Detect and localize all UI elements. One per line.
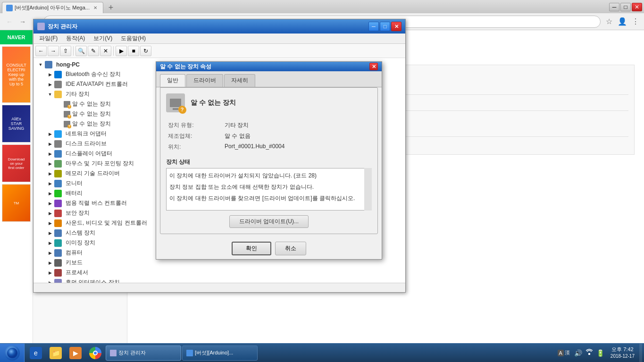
browser-maximize[interactable]: □ bbox=[620, 3, 631, 11]
taskbar-clock[interactable]: 오후 7:42 2018-12-17 bbox=[607, 346, 638, 360]
browser-taskbar-icon bbox=[186, 350, 193, 356]
naver-logo[interactable]: NAVER bbox=[0, 30, 33, 44]
root-label: hong-PC bbox=[56, 61, 80, 68]
taskbar-dm-item[interactable]: 장치 관리자 bbox=[106, 345, 181, 361]
processor-icon bbox=[54, 269, 62, 277]
status-scrollbar[interactable] bbox=[364, 168, 372, 210]
browser-tab-arduino[interactable]: [버섯][Arduino] 아두이노 Mega... ✕ bbox=[2, 2, 103, 13]
taskbar-explorer-icon[interactable]: 📁 bbox=[46, 344, 65, 362]
status-text-box: 이 장치에 대한 드라이버가 설치되지 않았습니다. (코드 28) 장치 정보… bbox=[166, 168, 372, 210]
tb-btn-3[interactable]: ⇧ bbox=[60, 46, 71, 56]
ad-block-4[interactable]: TM bbox=[2, 184, 31, 222]
device-type-row: 장치 유형: 기타 장치 bbox=[166, 120, 372, 131]
tab-details[interactable]: 자세히 bbox=[224, 74, 255, 87]
taskbar-ie-icon[interactable]: e bbox=[26, 344, 45, 362]
status-line-2: 장치 정보 집합 또는 요소에 대해 선택한 장치가 없습니다. bbox=[169, 183, 368, 191]
taskbar-chrome-icon[interactable] bbox=[86, 344, 105, 362]
properties-dialog: 알 수 없는 장치 속성 ✕ 일반 드라이버 자세히 ? 알 수 없는 장치 bbox=[156, 61, 382, 260]
tab-close-button[interactable]: ✕ bbox=[92, 4, 99, 12]
dialog-ok-button[interactable]: 확인 bbox=[232, 242, 271, 255]
monitor-icon bbox=[54, 180, 62, 187]
tb-btn-9[interactable]: ↻ bbox=[140, 46, 151, 56]
back-button[interactable]: ← bbox=[4, 16, 15, 27]
device-manager-title: 장치 관리자 bbox=[48, 23, 368, 31]
dialog-titlebar: 알 수 없는 장치 속성 ✕ bbox=[156, 62, 382, 71]
taskbar-items: e 📁 ▶ 장치 관리자 [버섯][Arduino]... bbox=[25, 344, 554, 362]
tb-btn-2[interactable]: → bbox=[48, 46, 59, 56]
taskbar: e 📁 ▶ 장치 관리자 [버섯][Arduino]... A 漢 bbox=[0, 343, 644, 362]
speaker-icon[interactable]: 🔊 bbox=[573, 349, 584, 357]
dm-maximize-btn[interactable]: □ bbox=[380, 22, 390, 31]
tb-btn-1[interactable]: ← bbox=[35, 46, 47, 56]
bluetooth-label: Bluetooth 송수신 장치 bbox=[66, 70, 121, 78]
browser-minimize[interactable]: ─ bbox=[609, 3, 619, 11]
user-profile-icon[interactable]: 👤 bbox=[618, 17, 627, 26]
ime-indicator[interactable]: A 漢 bbox=[556, 349, 572, 356]
imaging-icon bbox=[54, 239, 62, 247]
tab-favicon bbox=[6, 5, 13, 11]
mouse-label: 마우스 및 기타 포인팅 장치 bbox=[66, 160, 134, 168]
manufacturer-label: 제조업체: bbox=[166, 131, 223, 142]
tb-btn-6[interactable]: ✕ bbox=[100, 46, 111, 56]
start-button[interactable] bbox=[0, 344, 25, 362]
browser-titlebar: [버섯][Arduino] 아두이노 Mega... ✕ + ─ □ ✕ bbox=[0, 0, 644, 13]
ad-block-3[interactable]: Downloadon yourfirst order bbox=[2, 144, 31, 182]
taskbar-browser-item[interactable]: [버섯][Arduino]... bbox=[182, 345, 258, 361]
dialog-cancel-button[interactable]: 취소 bbox=[275, 242, 306, 255]
clock-time: 오후 7:42 bbox=[611, 346, 635, 353]
unknown-icon-3 bbox=[64, 121, 70, 127]
bookmark-star[interactable]: ☆ bbox=[604, 17, 614, 26]
processor-label: 프로세서 bbox=[66, 269, 88, 277]
browser-close[interactable]: ✕ bbox=[632, 3, 642, 11]
computer-icon bbox=[54, 249, 62, 257]
dm-minimize-btn[interactable]: ─ bbox=[368, 22, 379, 31]
new-tab-button[interactable]: + bbox=[105, 2, 117, 13]
dm-menu-view[interactable]: 보기(V) bbox=[90, 34, 116, 43]
forward-button[interactable]: → bbox=[17, 16, 28, 27]
tb-sep-1 bbox=[73, 46, 74, 56]
device-manager-titlebar: 장치 관리자 ─ □ ✕ bbox=[33, 19, 405, 34]
device-manager-controls: ─ □ ✕ bbox=[368, 22, 401, 31]
device-manager-menubar: 파일(F) 동작(A) 보기(V) 도움말(H) bbox=[33, 34, 405, 44]
bluetooth-icon bbox=[54, 71, 62, 78]
dm-menu-help[interactable]: 도움말(H) bbox=[117, 34, 150, 43]
windows-orb bbox=[5, 345, 20, 361]
ad-block-1[interactable]: CONSULTELECTRIKeep upwith theUp to 5 bbox=[2, 46, 31, 103]
dialog-main-content: ? 알 수 없는 장치 장치 유형: 기타 장치 제조업체: 알 수 없음 위치… bbox=[160, 87, 378, 234]
tb-btn-4[interactable]: 🔍 bbox=[75, 46, 87, 56]
browser-menu-button[interactable]: ⋮ bbox=[631, 17, 640, 26]
tree-hid[interactable]: ▶ 휴먼 인터페이스 장치 bbox=[45, 278, 403, 283]
dm-close-btn[interactable]: ✕ bbox=[391, 22, 401, 31]
tab-general[interactable]: 일반 bbox=[160, 74, 185, 87]
battery-tray-icon[interactable]: 🔋 bbox=[595, 349, 606, 357]
device-manager-toolbar: ← → ⇧ 🔍 ✎ ✕ ▶ ■ ↻ bbox=[33, 44, 405, 58]
network-label: 네트워크 어댑터 bbox=[66, 130, 107, 138]
location-value: Port_#0001.Hub_#0004 bbox=[223, 142, 372, 152]
network-icon bbox=[54, 130, 62, 138]
dm-menu-file[interactable]: 파일(F) bbox=[35, 34, 61, 43]
tab-driver[interactable]: 드라이버 bbox=[186, 74, 223, 87]
update-driver-button[interactable]: 드라이버 업데이트(U)... bbox=[229, 215, 309, 228]
device-manager-icon bbox=[37, 23, 45, 30]
tree-processor[interactable]: ▶ 프로세서 bbox=[45, 268, 403, 278]
show-desktop-button[interactable] bbox=[639, 344, 642, 362]
keyboard-icon bbox=[54, 259, 62, 267]
dm-menu-action[interactable]: 동작(A) bbox=[62, 34, 89, 43]
dm-taskbar-icon bbox=[110, 350, 117, 356]
keyboard-label: 키보드 bbox=[66, 259, 83, 267]
tb-btn-8[interactable]: ■ bbox=[128, 46, 139, 56]
svg-rect-1 bbox=[588, 353, 590, 355]
sound-icon bbox=[54, 219, 62, 227]
tab-title: [버섯][Arduino] 아두이노 Mega... bbox=[15, 4, 90, 11]
sound-label: 사운드, 비디오 및 게임 컨트롤러 bbox=[66, 219, 147, 227]
display-icon bbox=[54, 150, 62, 158]
taskbar-media-icon[interactable]: ▶ bbox=[66, 344, 85, 362]
monitor-label: 모니터 bbox=[66, 179, 83, 187]
tb-btn-7[interactable]: ▶ bbox=[116, 46, 127, 56]
device-name-title: 알 수 없는 장치 bbox=[191, 99, 236, 107]
ad-block-2[interactable]: AliExSTARSAVING bbox=[2, 105, 31, 143]
network-tray-icon[interactable] bbox=[585, 349, 594, 357]
disk-label: 디스크 드라이브 bbox=[66, 140, 107, 148]
tb-btn-5[interactable]: ✎ bbox=[88, 46, 99, 56]
dialog-close-button[interactable]: ✕ bbox=[369, 63, 378, 70]
